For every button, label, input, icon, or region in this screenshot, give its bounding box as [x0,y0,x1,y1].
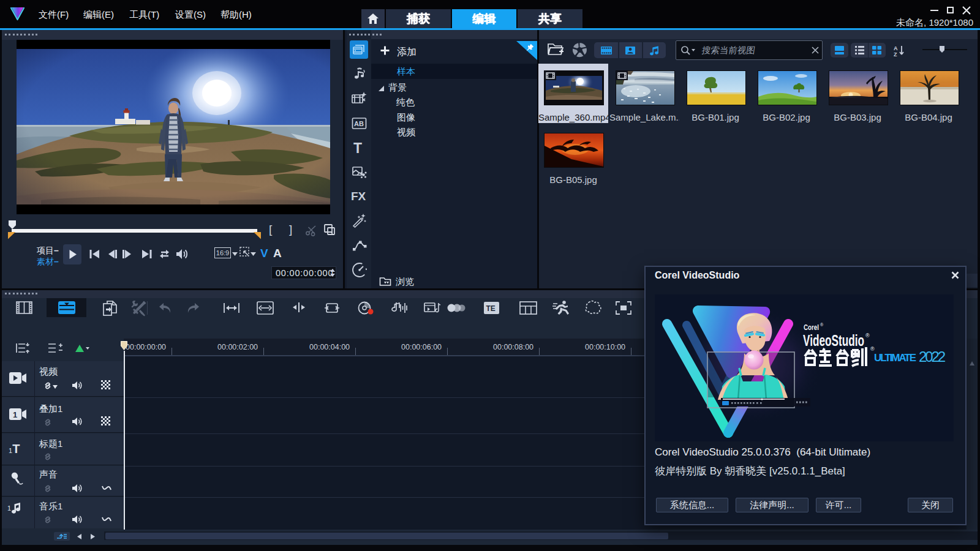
svg-text:®: ® [865,332,870,339]
svg-text:ULTIMATE: ULTIMATE [874,352,916,364]
svg-text:®: ® [870,346,875,352]
svg-text:Z: Z [894,51,897,57]
svg-text:VideoStudio: VideoStudio [803,332,864,349]
svg-text:AB: AB [354,120,364,127]
svg-text:Corel: Corel [804,323,819,332]
svg-text:®: ® [820,323,824,327]
svg-text:A: A [894,45,898,51]
svg-text:2022: 2022 [919,348,946,365]
svg-text:1: 1 [13,410,17,419]
svg-text:TE: TE [486,304,496,313]
